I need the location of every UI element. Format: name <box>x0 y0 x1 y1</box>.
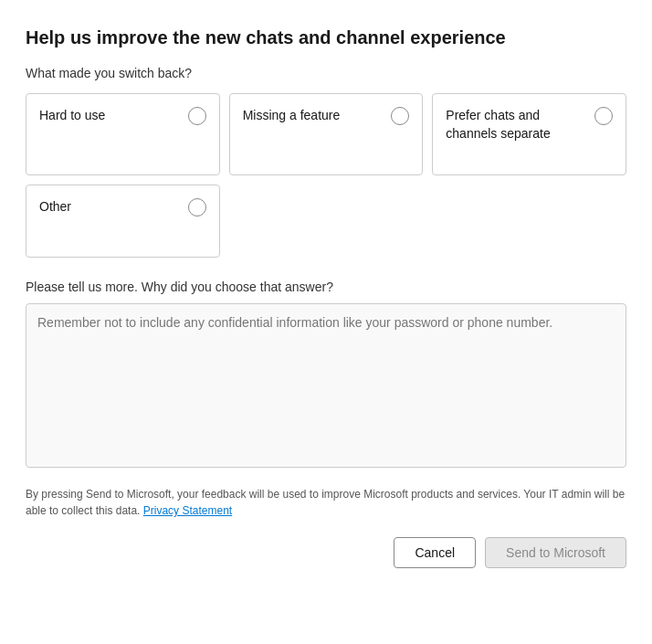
privacy-text: By pressing Send to Microsoft, your feed… <box>26 486 626 519</box>
feedback-textarea[interactable] <box>26 303 626 468</box>
feedback-dialog: Help us improve the new chats and channe… <box>0 0 652 644</box>
option-prefer-separate[interactable]: Prefer chats and channels separate <box>432 93 626 175</box>
question-label: What made you switch back? <box>26 66 626 80</box>
dialog-title: Help us improve the new chats and channe… <box>26 26 626 49</box>
option-prefer-separate-label: Prefer chats and channels separate <box>446 107 587 143</box>
option-placeholder-1 <box>229 185 424 258</box>
option-placeholder-2 <box>432 185 626 258</box>
option-hard-to-use[interactable]: Hard to use <box>26 93 220 175</box>
option-missing-feature-radio[interactable] <box>391 107 409 125</box>
options-row-1: Hard to use Missing a feature Prefer cha… <box>26 93 626 175</box>
option-hard-to-use-radio[interactable] <box>188 107 206 125</box>
send-button[interactable]: Send to Microsoft <box>485 537 626 568</box>
privacy-statement-text: By pressing Send to Microsoft, your feed… <box>26 488 625 517</box>
option-prefer-separate-radio[interactable] <box>594 107 613 125</box>
option-missing-feature-label: Missing a feature <box>243 107 384 125</box>
option-other-radio[interactable] <box>188 198 206 216</box>
button-row: Cancel Send to Microsoft <box>26 537 626 568</box>
option-other[interactable]: Other <box>26 185 220 258</box>
option-other-label: Other <box>39 198 181 216</box>
cancel-button[interactable]: Cancel <box>394 537 476 568</box>
options-row-2: Other <box>26 185 626 258</box>
privacy-link[interactable]: Privacy Statement <box>143 504 232 517</box>
option-hard-to-use-label: Hard to use <box>39 107 181 125</box>
option-missing-feature[interactable]: Missing a feature <box>229 93 424 175</box>
please-tell-label: Please tell us more. Why did you choose … <box>26 280 626 294</box>
